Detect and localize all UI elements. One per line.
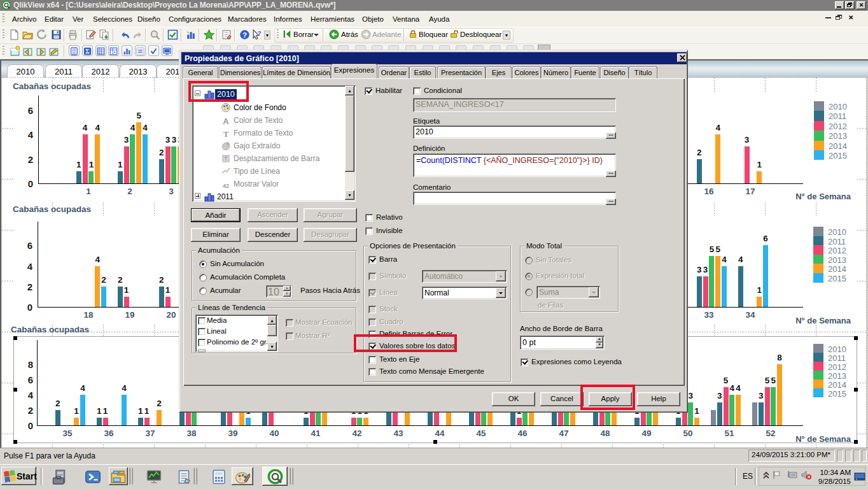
svg-text:?: ? (258, 29, 262, 36)
svg-text:?: ? (242, 31, 247, 39)
svg-text:Σ: Σ (85, 48, 89, 55)
